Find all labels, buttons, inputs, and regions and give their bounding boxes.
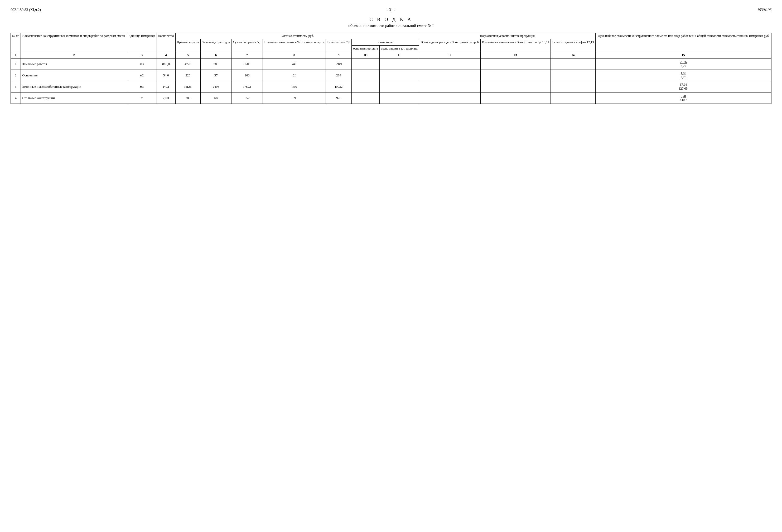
cell-row3-col9: I9032	[326, 81, 352, 92]
col14-header: Всего по данным графам 12,13	[551, 39, 596, 52]
colnum-11: II	[380, 52, 419, 59]
cell-row4-col3: т	[127, 92, 157, 104]
col-smetna-header: Сметная стоимость, руб.	[175, 33, 419, 39]
col-norma-header: Нормативная условно-чистая продукция	[419, 33, 596, 39]
cell-row4-col8: 69	[263, 92, 326, 104]
cell-row4-col10	[352, 92, 380, 104]
cell-row3-col3: м3	[127, 81, 157, 92]
cell-row1-col14	[551, 59, 596, 70]
table-row: 2Основанием254,0226372632I284I,0I5,26	[11, 70, 772, 81]
cell-row2-col3: м2	[127, 70, 157, 81]
cell-row4-col2: Стальные конструкции	[21, 92, 127, 104]
page-header: 902-I-80.83 (XI,ч.2) - 31 - 19304-06	[10, 8, 772, 12]
col-udelny-header: Удельный вес стоимости конструктивного э…	[595, 33, 771, 52]
colnum-10: IO	[352, 52, 380, 59]
cell-row2-col4: 54,0	[156, 70, 175, 81]
cell-row3-col14	[551, 81, 596, 92]
cell-row2-col5: 226	[175, 70, 200, 81]
cell-row3-col4: I49,I	[156, 81, 175, 92]
col-numbers-row: I 2 3 4 5 6 7 8 9 IO II I2 I3 I4 I5	[11, 52, 772, 59]
cell-row3-col11	[380, 81, 419, 92]
cell-row4-col9: 926	[326, 92, 352, 104]
colnum-7: 7	[232, 52, 263, 59]
cell-row1-col9: 5949	[326, 59, 352, 70]
cell-row4-col1: 4	[11, 92, 21, 104]
cell-row2-col14	[551, 70, 596, 81]
cell-row2-col2: Основание	[21, 70, 127, 81]
header-row-1: № пп Наименование конструктивных элемент…	[11, 33, 772, 39]
cell-row3-col8: I4I0	[263, 81, 326, 92]
cell-row1-col12	[419, 59, 481, 70]
col9-header: Всего по фам 7,8	[326, 39, 352, 52]
cell-row4-col7: 857	[232, 92, 263, 104]
cell-row1-col11	[380, 59, 419, 70]
colnum-2: 2	[21, 52, 127, 59]
colnum-13: I3	[481, 52, 551, 59]
col-v-tom-chisle: в том числе	[352, 39, 419, 46]
cell-row3-col6: 2496	[200, 81, 231, 92]
subtitle: объемов и стоимости работ к локальной см…	[10, 24, 772, 28]
col11-header: эксп. машин в т.ч. зарплата	[380, 46, 419, 52]
cell-row2-col1: 2	[11, 70, 21, 81]
cell-row1-col2: Земляные работы	[21, 59, 127, 70]
colnum-1: I	[11, 52, 21, 59]
cell-row1-col6: 780	[200, 59, 231, 70]
cell-row4-col15: 3,3I440,7	[595, 92, 771, 104]
cell-row1-col4: 818,0	[156, 59, 175, 70]
cell-row3-col5: I5I26	[175, 81, 200, 92]
cell-row4-col11	[380, 92, 419, 104]
cell-row2-col8: 2I	[263, 70, 326, 81]
cell-row1-col8: 44I	[263, 59, 326, 70]
cell-row2-col6: 37	[200, 70, 231, 81]
main-table: № пп Наименование конструктивных элемент…	[10, 33, 772, 104]
cell-row3-col1: 3	[11, 81, 21, 92]
colnum-3: 3	[127, 52, 157, 59]
cell-row2-col15: I,0I5,26	[595, 70, 771, 81]
colnum-12: I2	[419, 52, 481, 59]
cell-row1-col3: м3	[127, 59, 157, 70]
cell-row2-col10	[352, 70, 380, 81]
col5-header: Прямые затраты	[175, 39, 200, 52]
col-name-header: Наименование конструктивных элементов и …	[21, 33, 127, 52]
main-title: С В О Д К А	[10, 17, 772, 23]
cell-row1-col5: 4728	[175, 59, 200, 70]
table-row: 3Бетонные и железобетонные конструкциим3…	[11, 81, 772, 92]
cell-row3-col12	[419, 81, 481, 92]
col7-header: Сумма по графам 5,6	[232, 39, 263, 52]
cell-row2-col12	[419, 70, 481, 81]
cell-row3-col7: I7622	[232, 81, 263, 92]
cell-row4-col4: 2,I0I	[156, 92, 175, 104]
cell-row3-col10	[352, 81, 380, 92]
col10-header: основная зарплата	[352, 46, 380, 52]
col13-header: В плановых накоплениях % от стоим. по гр…	[481, 39, 551, 52]
cell-row2-col13	[481, 70, 551, 81]
col12-header: В накладных расходах % от суммы по гр. 6	[419, 39, 481, 52]
cell-row2-col9: 284	[326, 70, 352, 81]
cell-row1-col15: 2I,267,27	[595, 59, 771, 70]
col-qty-header: Количество	[156, 33, 175, 52]
cell-row1-col7: 5508	[232, 59, 263, 70]
cell-row3-col15: 67,94I27,65	[595, 81, 771, 92]
cell-row1-col10	[352, 59, 380, 70]
colnum-9: 9	[326, 52, 352, 59]
colnum-15: I5	[595, 52, 771, 59]
table-row: IЗемляные работым3818,04728780550844I594…	[11, 59, 772, 70]
cell-row4-col14	[551, 92, 596, 104]
table-row: 4Стальные конструкциит2,I0I7896885769926…	[11, 92, 772, 104]
page-number: - 31 -	[264, 8, 518, 12]
col8-header: Плановые накопления в % от стоим. по гр.…	[263, 39, 326, 52]
colnum-14: I4	[551, 52, 596, 59]
doc-number: 902-I-80.83 (XI,ч.2)	[10, 8, 264, 12]
doc-code: 19304-06	[518, 8, 772, 12]
cell-row4-col6: 68	[200, 92, 231, 104]
cell-row3-col2: Бетонные и железобетонные конструкции	[21, 81, 127, 92]
colnum-6: 6	[200, 52, 231, 59]
col-num-header: № пп	[11, 33, 21, 52]
cell-row3-col13	[481, 81, 551, 92]
col6-header: % накладн. расходов	[200, 39, 231, 52]
colnum-4: 4	[156, 52, 175, 59]
cell-row4-col5: 789	[175, 92, 200, 104]
cell-row4-col12	[419, 92, 481, 104]
title-section: С В О Д К А объемов и стоимости работ к …	[10, 17, 772, 28]
colnum-5: 5	[175, 52, 200, 59]
